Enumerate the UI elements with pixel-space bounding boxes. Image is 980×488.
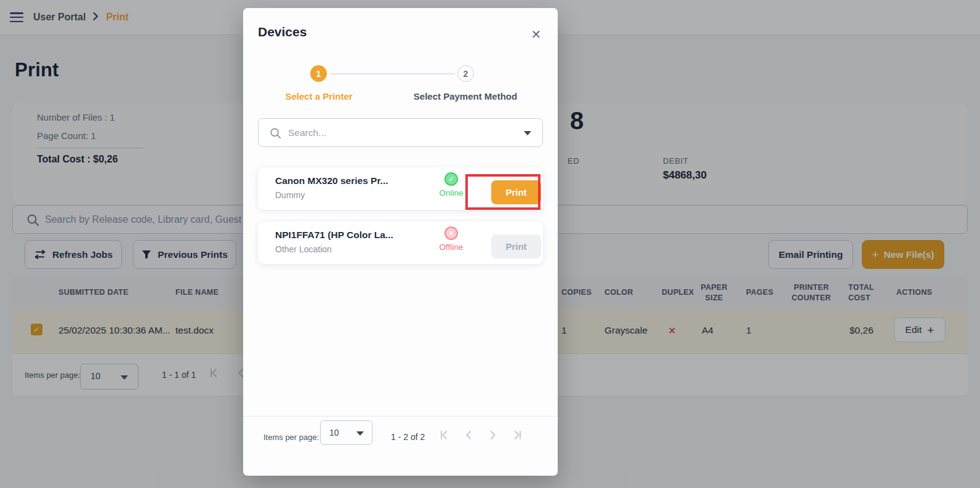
printer-search-bar <box>258 118 543 147</box>
step-1-label: Select a Printer <box>270 91 368 102</box>
step-2-number: 2 <box>464 69 468 79</box>
printer-name: NPI1FFA71 (HP Color La... <box>275 230 393 241</box>
step-1-circle: 1 <box>310 65 327 82</box>
printer-item-hp: NPI1FFA71 (HP Color La... Other Location… <box>258 222 543 264</box>
next-page-icon[interactable] <box>488 430 499 443</box>
printer-status: ✕ Offline <box>432 226 470 252</box>
items-per-page-label: Items per page: <box>263 433 319 442</box>
app-root: User Portal Print Print Number of Files … <box>0 0 980 488</box>
caret-down-icon[interactable] <box>524 131 531 135</box>
step-2-circle: 2 <box>457 65 474 82</box>
last-page-icon[interactable] <box>512 430 523 443</box>
devices-modal: Devices ✕ 1 2 Select a Printer Select Pa… <box>243 8 558 476</box>
caret-down-icon <box>356 431 364 436</box>
page-size-value: 10 <box>329 428 339 438</box>
step-1-number: 1 <box>316 69 321 79</box>
step-2-label: Select Payment Method <box>402 91 529 102</box>
printer-item-canon: Canon MX320 series Pr... Dummy ✓ Online … <box>258 167 543 210</box>
page-size-select[interactable]: 10 <box>320 420 372 445</box>
offline-cross-icon: ✕ <box>444 226 458 240</box>
print-button-disabled: Print <box>491 234 541 258</box>
status-text: Online <box>432 188 470 198</box>
search-icon <box>270 127 281 139</box>
prev-page-icon[interactable] <box>463 430 474 443</box>
printer-status: ✓ Online <box>432 172 470 198</box>
modal-title: Devices <box>258 25 307 39</box>
close-icon[interactable]: ✕ <box>529 28 543 41</box>
pagination-range: 1 - 2 of 2 <box>391 432 425 442</box>
modal-footer-divider <box>243 416 558 417</box>
printer-name: Canon MX320 series Pr... <box>275 175 388 186</box>
print-button[interactable]: Print <box>491 180 541 204</box>
printer-location: Other Location <box>275 244 332 254</box>
first-page-icon[interactable] <box>438 430 449 443</box>
status-text: Offline <box>432 242 470 252</box>
stepper-connector <box>331 73 455 74</box>
online-check-icon: ✓ <box>444 172 458 186</box>
printer-location: Dummy <box>275 190 305 200</box>
printer-search-input[interactable] <box>288 119 518 146</box>
